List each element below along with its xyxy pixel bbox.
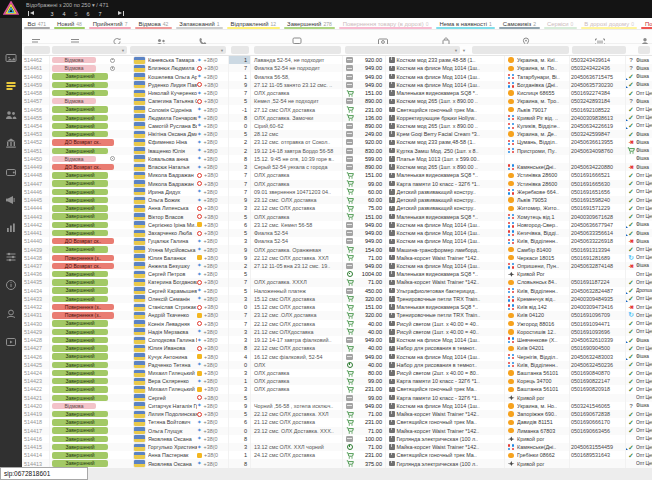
- order-count: 3: [229, 336, 251, 344]
- column-filter-input[interactable]: [472, 46, 569, 54]
- order-row[interactable]: 514417ЗавершенийОльга Глущук✶+38(0023.12…: [22, 427, 652, 435]
- tab-Нема в наявності[interactable]: Нема в наявності1: [434, 18, 497, 29]
- order-row[interactable]: 514440ДО Возврат ск..Гуцалюк Галина✶+38(…: [22, 237, 652, 245]
- order-row[interactable]: 514427ЗавершенийЮлия Иванова+38(0822.12 …: [22, 344, 652, 352]
- tab-Повернення товару (в дорозі)[interactable]: Повернення товару (в дорозі)0: [337, 18, 434, 29]
- sidebar-media-gallery-icon[interactable]: [5, 52, 17, 64]
- order-row[interactable]: 514456ЗавершенийСоломія Сідоніна✶+38(0-1…: [22, 105, 652, 113]
- order-row[interactable]: 514454ЗавершенийСамотій Руслана Во..✶+38…: [22, 122, 652, 130]
- order-row[interactable]: 514460ЗавершенийКошелева Ольга Ар..✶+38(…: [22, 72, 652, 80]
- order-row[interactable]: 514425ЗавершенийРадченко Тетяна✶+38(00ОЛ…: [22, 361, 652, 369]
- order-row[interactable]: 514452ДО Возврат ск..Єфименко Ніна✶+38(0…: [22, 138, 652, 146]
- column-filter-input[interactable]: ▼: [345, 46, 460, 54]
- order-row[interactable]: 514439ЗавершенийУляна Мусійовська✶+38(09…: [22, 245, 652, 253]
- order-row[interactable]: 514437ДО Возврат ск..Анжела Безушку✶+38(…: [22, 262, 652, 270]
- sidebar-info-icon[interactable]: [5, 279, 17, 291]
- order-row[interactable]: 514455ЗавершенийЛюдмила Гончарова✶+38(08…: [22, 114, 652, 122]
- sidebar-settings-sliders-icon[interactable]: [5, 251, 17, 263]
- order-row[interactable]: 514438Повернення (з..Юлия Баланюк+38(092…: [22, 254, 652, 262]
- page-number[interactable]: 4: [58, 11, 70, 17]
- order-row[interactable]: 514453ЗавершенийНікітіна Оксана Дми..✶+3…: [22, 130, 652, 138]
- tab-Новий[interactable]: Новий48: [52, 18, 88, 29]
- tab-Сервіси[interactable]: Сервіси0: [542, 18, 579, 29]
- pagination-range-label[interactable]: Відображені з 200 по 250 ▾ / 471: [26, 2, 109, 8]
- column-filter-input[interactable]: [638, 46, 650, 54]
- order-row[interactable]: 514414ЗавершенийАнна Пастернак+38(0124.1…: [22, 451, 652, 459]
- order-row[interactable]: 514445ЗавершенийОльга Божик✶+38(0923.12 …: [22, 196, 652, 204]
- status-badge: Завершений: [52, 362, 108, 368]
- order-row[interactable]: 514451ЗавершенийІващенко Юлія✶+38(0219.1…: [22, 147, 652, 155]
- column-filter-input[interactable]: ▼: [52, 46, 127, 54]
- order-row[interactable]: 514457ВідмоваСапегина Татьяна С..+38(05К…: [22, 97, 652, 105]
- sip-call-indicator[interactable]: sip:0672818601: [0, 467, 88, 480]
- tab-Повернені[interactable]: Повернені: [639, 18, 652, 29]
- column-filter-input[interactable]: ▼: [130, 46, 226, 54]
- page-number[interactable]: 3: [46, 11, 58, 17]
- order-row[interactable]: 514420ВідмоваСитарчук Наталія Гр..✶+38(0…: [22, 402, 652, 410]
- sidebar-analytics-icon[interactable]: [5, 222, 17, 234]
- order-row[interactable]: 514449ДО Возврат ск..Власюк Наталья✶+38(…: [22, 163, 652, 171]
- first-page-icon[interactable]: [28, 11, 36, 16]
- sidebar-hand-care-icon[interactable]: [5, 308, 17, 320]
- order-row[interactable]: 514450ВідмоваКовальова анна✶+38(0815.12.…: [22, 155, 652, 163]
- order-row[interactable]: 514418ЗавершенийТетяна Войтович✶+38(0621…: [22, 418, 652, 426]
- sidebar-video-tutorials-icon[interactable]: [5, 336, 17, 348]
- order-row[interactable]: 514413ЗавершенийЯковлева Оксана✶+38(0837…: [22, 459, 652, 467]
- order-row[interactable]: 514432Повернення (з..Станіслав Стрижак+3…: [22, 303, 652, 311]
- order-row[interactable]: 514426ЗавершенийКучук Антонина+38(0416.1…: [22, 352, 652, 360]
- order-row[interactable]: 514429ЗавершенийНадія Мерзаєва✶+38(0321.…: [22, 328, 652, 336]
- sidebar-announcements-icon[interactable]: [5, 194, 17, 206]
- tab-Самовивіз[interactable]: Самовивіз2: [497, 18, 541, 29]
- tab-Завершений[interactable]: Завершений278: [282, 18, 338, 29]
- app-logo-icon[interactable]: [3, 1, 19, 16]
- delivery-cell: [343, 237, 356, 245]
- order-row[interactable]: 514422ЗавершенийМихаил Гилецький+38(03ОЛ…: [22, 385, 652, 393]
- status-badge: Завершений: [52, 296, 108, 302]
- column-filter-input[interactable]: [231, 46, 249, 54]
- sidebar-orders-list-icon[interactable]: [5, 80, 17, 92]
- order-row[interactable]: 514447ЗавершенийМикола Бадражан+38(07ОЛХ…: [22, 180, 652, 188]
- page-number[interactable]: 7: [94, 11, 106, 17]
- order-row[interactable]: 514443ЗавершенийВіктор Власов+38(05ОЛХ д…: [22, 212, 652, 220]
- page-number[interactable]: 5: [70, 11, 82, 17]
- order-row[interactable]: 514415ЗавершенийГоргулько Христина ..✶+3…: [22, 443, 652, 451]
- order-row[interactable]: 514436ЗавершенийСергей Петров✶+38(051004…: [22, 270, 652, 278]
- sidebar-purse-icon[interactable]: [5, 166, 17, 178]
- order-row[interactable]: 514448ЗавершенийМикола Бадражан+38(07ОЛХ…: [22, 171, 652, 179]
- order-row[interactable]: 514434ЗавершенийСергей Карамышев✶+38(05Н…: [22, 287, 652, 295]
- order-row[interactable]: 514419ЗавершенийЛилия Подолинская+38(052…: [22, 410, 652, 418]
- order-row[interactable]: 514433ЗавершенийОлексій Семанін✶+38(0315…: [22, 295, 652, 303]
- tab-В дорозі додому[interactable]: В дорозі додому0: [579, 18, 640, 29]
- order-row[interactable]: 514416ЗавершенийЯковлева Оксана✶+38(0810…: [22, 435, 652, 443]
- order-row[interactable]: 514431Повернення (з..Андрій Ткаченко+38(…: [22, 311, 652, 319]
- tab-Запакований[interactable]: Запакований1: [174, 18, 225, 29]
- courier-cell: [505, 336, 517, 344]
- order-row[interactable]: 514424ЗавершенийМихаил Гилецький+38(03ОЛ…: [22, 369, 652, 377]
- order-row[interactable]: 514461ВідмоваБлизнюк Людмила ..+38(07Фиа…: [22, 64, 652, 72]
- sidebar-customers-icon[interactable]: [5, 109, 17, 121]
- order-row[interactable]: 514444ЗавершенийАнна Липенська+38(0322.1…: [22, 204, 652, 212]
- order-row[interactable]: 514442ЗавершенийСергієнко Іріна Ми..+38(…: [22, 221, 652, 229]
- column-filter-input[interactable]: [24, 46, 50, 54]
- order-row[interactable]: 514459ЗавершенийРуденко Лидия Пав..+38(0…: [22, 81, 652, 89]
- order-row[interactable]: 514458ЗавершенийНиколай Кучеренко✶+38(07…: [22, 89, 652, 97]
- page-number[interactable]: 6: [82, 11, 94, 17]
- order-row[interactable]: 514428ЗавершенийСолодкова Галина В..✶+38…: [22, 336, 652, 344]
- tab-Відправлений[interactable]: Відправлений12: [225, 18, 282, 29]
- tab-Відмова[interactable]: Відмова42: [133, 18, 174, 29]
- vodafone-icon: [197, 99, 202, 104]
- column-filter-input[interactable]: [254, 46, 341, 54]
- order-row[interactable]: 514446ЗавершенийИрина Дидух✶+38(0709.01 …: [22, 188, 652, 196]
- order-row[interactable]: 514421ЗавершенийСергей+38(0599.00Карта п…: [22, 394, 652, 402]
- order-row[interactable]: 514430ЗавершенийКсенія Левадняя+38(0722.…: [22, 320, 652, 328]
- tab-Прийнятий[interactable]: Прийнятий7: [87, 18, 133, 29]
- column-filter-input[interactable]: [572, 46, 626, 54]
- order-row[interactable]: 514462ВідмоваКаневська Тамара ..✶+38(01Л…: [22, 56, 652, 64]
- order-row[interactable]: 514441ЗавершенийЗахарченко Люба+38(05Фиа…: [22, 229, 652, 237]
- sidebar-bank-icon[interactable]: [5, 137, 17, 149]
- tab-Всі[interactable]: Всі471: [22, 18, 52, 29]
- order-row[interactable]: 514423ЗавершенийВера Скляренко✶+38(01ОЛХ…: [22, 377, 652, 385]
- order-row[interactable]: 514435ЗавершенийКатерина Богданова+38(07…: [22, 278, 652, 286]
- last-page-icon[interactable]: [116, 11, 124, 16]
- column-filter-dropdown[interactable]: ▼: [462, 48, 466, 53]
